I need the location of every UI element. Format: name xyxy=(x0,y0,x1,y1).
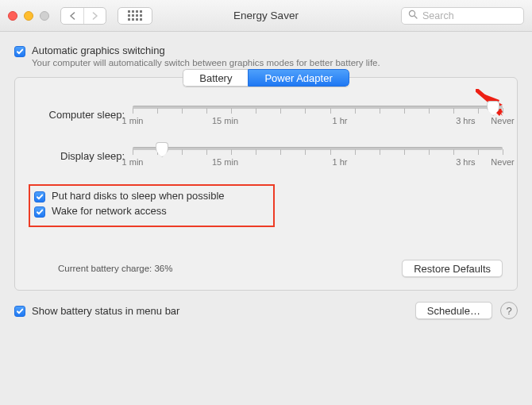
display-sleep-slider[interactable]: 1 min15 min1 hr3 hrsNever xyxy=(133,142,503,169)
show-battery-status-row[interactable]: Show battery status in menu bar xyxy=(14,305,179,317)
computer-sleep-row: Computer sleep: 1 min15 min1 hr3 hrsNeve… xyxy=(29,101,503,128)
status-row: Current battery charge: 36% Restore Defa… xyxy=(29,260,503,277)
auto-graphics-checkbox-row[interactable]: Automatic graphics switching xyxy=(14,44,518,56)
auto-graphics-label: Automatic graphics switching xyxy=(32,44,165,56)
restore-defaults-button[interactable]: Restore Defaults xyxy=(402,260,503,277)
help-icon: ? xyxy=(506,305,511,317)
settings-pane: Battery Power Adapter Computer sleep: 1 … xyxy=(14,77,518,291)
wake-network-checkbox[interactable] xyxy=(34,206,45,218)
computer-sleep-slider[interactable]: 1 min15 min1 hr3 hrsNever xyxy=(133,101,503,128)
schedule-button[interactable]: Schedule… xyxy=(415,302,492,319)
display-sleep-row: Display sleep: 1 min15 min1 hr3 hrsNever xyxy=(29,142,503,169)
bottom-row: Show battery status in menu bar Schedule… xyxy=(14,302,518,319)
hard-disks-checkbox-row[interactable]: Put hard disks to sleep when possible xyxy=(34,190,498,202)
hard-disks-checkbox[interactable] xyxy=(34,191,45,202)
auto-graphics-checkbox[interactable] xyxy=(14,46,25,57)
computer-sleep-label: Computer sleep: xyxy=(29,109,125,121)
hard-disks-label: Put hard disks to sleep when possible xyxy=(52,190,225,202)
window-body: Automatic graphics switching Your comput… xyxy=(0,32,532,405)
show-battery-status-label: Show battery status in menu bar xyxy=(32,305,179,317)
battery-charge-status: Current battery charge: 36% xyxy=(29,264,172,273)
computer-sleep-thumb[interactable] xyxy=(487,101,499,116)
titlebar: Energy Saver xyxy=(0,0,532,32)
window-title: Energy Saver xyxy=(0,10,532,21)
tab-battery[interactable]: Battery xyxy=(183,69,248,87)
wake-network-label: Wake for network access xyxy=(52,205,167,217)
display-sleep-thumb[interactable] xyxy=(156,142,168,157)
options-group: Put hard disks to sleep when possible Wa… xyxy=(29,185,503,222)
display-sleep-label: Display sleep: xyxy=(29,150,125,162)
tab-power-adapter[interactable]: Power Adapter xyxy=(248,69,349,87)
tabs: Battery Power Adapter xyxy=(29,69,503,87)
wake-network-checkbox-row[interactable]: Wake for network access xyxy=(34,205,498,217)
auto-graphics-subtext: Your computer will automatically switch … xyxy=(32,58,518,68)
help-button[interactable]: ? xyxy=(500,302,518,319)
show-battery-status-checkbox[interactable] xyxy=(14,306,25,317)
